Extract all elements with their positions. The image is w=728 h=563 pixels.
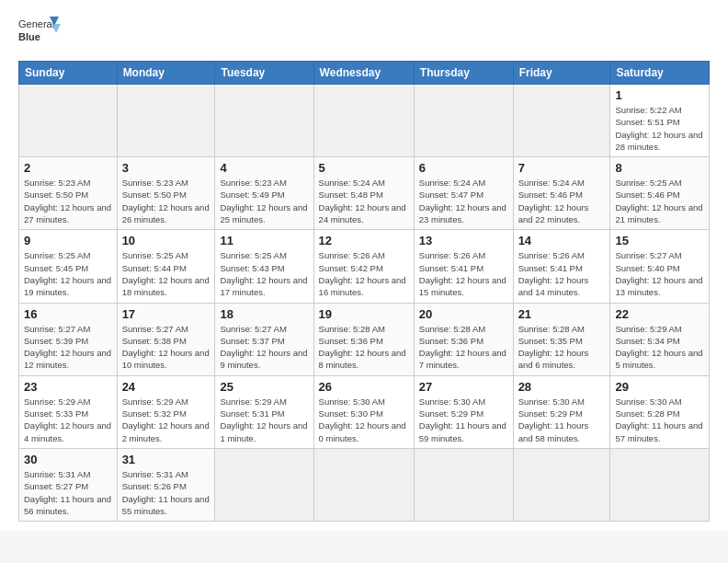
day-number: 31 <box>122 453 210 466</box>
day-info: Sunrise: 5:30 AM Sunset: 5:28 PM Dayligh… <box>615 396 704 444</box>
day-number: 1 <box>615 88 704 102</box>
day-number: 8 <box>615 161 704 175</box>
day-info: Sunrise: 5:30 AM Sunset: 5:30 PM Dayligh… <box>319 396 409 444</box>
day-info: Sunrise: 5:31 AM Sunset: 5:27 PM Dayligh… <box>24 468 112 517</box>
day-cell: 27Sunrise: 5:30 AM Sunset: 5:29 PM Dayli… <box>414 375 513 448</box>
day-info: Sunrise: 5:23 AM Sunset: 5:50 PM Dayligh… <box>24 177 112 225</box>
week-row-5: 23Sunrise: 5:29 AM Sunset: 5:33 PM Dayli… <box>19 375 710 448</box>
day-cell <box>513 85 610 157</box>
day-cell: 3Sunrise: 5:23 AM Sunset: 5:50 PM Daylig… <box>117 157 215 230</box>
day-number: 7 <box>518 161 606 175</box>
day-number: 26 <box>319 380 409 394</box>
day-info: Sunrise: 5:26 AM Sunset: 5:42 PM Dayligh… <box>319 249 409 298</box>
day-info: Sunrise: 5:24 AM Sunset: 5:48 PM Dayligh… <box>319 177 409 225</box>
day-number: 11 <box>220 234 308 247</box>
day-info: Sunrise: 5:26 AM Sunset: 5:41 PM Dayligh… <box>518 249 606 298</box>
day-info: Sunrise: 5:26 AM Sunset: 5:41 PM Dayligh… <box>419 249 508 298</box>
week-row-4: 16Sunrise: 5:27 AM Sunset: 5:39 PM Dayli… <box>19 303 710 375</box>
day-info: Sunrise: 5:29 AM Sunset: 5:34 PM Dayligh… <box>615 323 704 372</box>
day-cell: 12Sunrise: 5:26 AM Sunset: 5:42 PM Dayli… <box>313 230 414 303</box>
day-cell: 7Sunrise: 5:24 AM Sunset: 5:46 PM Daylig… <box>513 157 610 230</box>
col-header-tuesday: Tuesday <box>215 62 313 85</box>
day-info: Sunrise: 5:29 AM Sunset: 5:33 PM Dayligh… <box>24 396 112 444</box>
day-cell <box>414 448 513 521</box>
day-number: 16 <box>24 307 112 321</box>
day-cell: 22Sunrise: 5:29 AM Sunset: 5:34 PM Dayli… <box>610 303 710 375</box>
logo-svg: General Blue <box>18 15 64 53</box>
day-cell: 5Sunrise: 5:24 AM Sunset: 5:48 PM Daylig… <box>313 157 414 230</box>
day-cell: 21Sunrise: 5:28 AM Sunset: 5:35 PM Dayli… <box>513 303 610 375</box>
day-cell: 4Sunrise: 5:23 AM Sunset: 5:49 PM Daylig… <box>215 157 313 230</box>
header: General Blue <box>18 15 710 53</box>
day-info: Sunrise: 5:24 AM Sunset: 5:47 PM Dayligh… <box>419 177 508 225</box>
day-info: Sunrise: 5:30 AM Sunset: 5:29 PM Dayligh… <box>518 396 606 444</box>
day-info: Sunrise: 5:28 AM Sunset: 5:36 PM Dayligh… <box>419 323 508 372</box>
day-cell <box>215 85 313 157</box>
day-number: 12 <box>319 234 409 247</box>
day-cell: 23Sunrise: 5:29 AM Sunset: 5:33 PM Dayli… <box>19 375 118 448</box>
day-cell: 15Sunrise: 5:27 AM Sunset: 5:40 PM Dayli… <box>610 230 710 303</box>
day-cell: 25Sunrise: 5:29 AM Sunset: 5:31 PM Dayli… <box>215 375 313 448</box>
day-number: 20 <box>419 307 508 321</box>
day-number: 5 <box>319 161 409 175</box>
day-cell: 20Sunrise: 5:28 AM Sunset: 5:36 PM Dayli… <box>414 303 513 375</box>
day-info: Sunrise: 5:28 AM Sunset: 5:36 PM Dayligh… <box>319 323 409 372</box>
day-cell: 26Sunrise: 5:30 AM Sunset: 5:30 PM Dayli… <box>313 375 414 448</box>
day-number: 6 <box>419 161 508 175</box>
day-cell <box>610 448 710 521</box>
day-number: 19 <box>319 307 409 321</box>
svg-text:Blue: Blue <box>18 31 40 42</box>
col-header-saturday: Saturday <box>610 62 710 85</box>
calendar: SundayMondayTuesdayWednesdayThursdayFrid… <box>18 61 710 522</box>
day-info: Sunrise: 5:22 AM Sunset: 5:51 PM Dayligh… <box>615 104 704 153</box>
col-header-thursday: Thursday <box>414 62 513 85</box>
day-cell <box>19 85 118 157</box>
day-cell <box>313 448 414 521</box>
day-cell: 30Sunrise: 5:31 AM Sunset: 5:27 PM Dayli… <box>19 448 118 521</box>
day-number: 18 <box>220 307 308 321</box>
day-info: Sunrise: 5:27 AM Sunset: 5:40 PM Dayligh… <box>615 249 704 298</box>
day-cell: 11Sunrise: 5:25 AM Sunset: 5:43 PM Dayli… <box>215 230 313 303</box>
day-cell: 24Sunrise: 5:29 AM Sunset: 5:32 PM Dayli… <box>117 375 215 448</box>
day-cell: 1Sunrise: 5:22 AM Sunset: 5:51 PM Daylig… <box>610 85 710 157</box>
day-cell: 9Sunrise: 5:25 AM Sunset: 5:45 PM Daylig… <box>19 230 118 303</box>
day-info: Sunrise: 5:29 AM Sunset: 5:32 PM Dayligh… <box>122 396 210 444</box>
col-header-sunday: Sunday <box>19 62 118 85</box>
week-row-1: 1Sunrise: 5:22 AM Sunset: 5:51 PM Daylig… <box>19 85 710 157</box>
svg-text:General: General <box>18 18 54 29</box>
day-cell: 31Sunrise: 5:31 AM Sunset: 5:26 PM Dayli… <box>117 448 215 521</box>
day-cell: 14Sunrise: 5:26 AM Sunset: 5:41 PM Dayli… <box>513 230 610 303</box>
day-info: Sunrise: 5:28 AM Sunset: 5:35 PM Dayligh… <box>518 323 606 372</box>
day-info: Sunrise: 5:30 AM Sunset: 5:29 PM Dayligh… <box>419 396 508 444</box>
day-cell <box>513 448 610 521</box>
day-cell: 18Sunrise: 5:27 AM Sunset: 5:37 PM Dayli… <box>215 303 313 375</box>
day-number: 27 <box>419 380 508 394</box>
page: General Blue SundayMondayTuesdayWednesda… <box>0 0 728 531</box>
day-number: 22 <box>615 307 704 321</box>
week-row-6: 30Sunrise: 5:31 AM Sunset: 5:27 PM Dayli… <box>19 448 710 521</box>
day-info: Sunrise: 5:25 AM Sunset: 5:45 PM Dayligh… <box>24 249 112 298</box>
calendar-header-row: SundayMondayTuesdayWednesdayThursdayFrid… <box>19 62 710 85</box>
day-cell <box>215 448 313 521</box>
day-cell: 8Sunrise: 5:25 AM Sunset: 5:46 PM Daylig… <box>610 157 710 230</box>
day-info: Sunrise: 5:25 AM Sunset: 5:43 PM Dayligh… <box>220 249 308 298</box>
day-number: 17 <box>122 307 210 321</box>
day-info: Sunrise: 5:25 AM Sunset: 5:46 PM Dayligh… <box>615 177 704 225</box>
day-number: 14 <box>518 234 606 247</box>
day-number: 29 <box>615 380 704 394</box>
day-number: 13 <box>419 234 508 247</box>
day-info: Sunrise: 5:23 AM Sunset: 5:50 PM Dayligh… <box>122 177 210 225</box>
day-info: Sunrise: 5:27 AM Sunset: 5:38 PM Dayligh… <box>122 323 210 372</box>
day-info: Sunrise: 5:24 AM Sunset: 5:46 PM Dayligh… <box>518 177 606 225</box>
day-cell: 10Sunrise: 5:25 AM Sunset: 5:44 PM Dayli… <box>117 230 215 303</box>
day-number: 23 <box>24 380 112 394</box>
day-cell: 13Sunrise: 5:26 AM Sunset: 5:41 PM Dayli… <box>414 230 513 303</box>
day-info: Sunrise: 5:25 AM Sunset: 5:44 PM Dayligh… <box>122 249 210 298</box>
day-number: 28 <box>518 380 606 394</box>
day-cell: 29Sunrise: 5:30 AM Sunset: 5:28 PM Dayli… <box>610 375 710 448</box>
day-number: 21 <box>518 307 606 321</box>
day-number: 4 <box>220 161 308 175</box>
day-number: 25 <box>220 380 308 394</box>
day-cell <box>117 85 215 157</box>
day-info: Sunrise: 5:27 AM Sunset: 5:39 PM Dayligh… <box>24 323 112 372</box>
